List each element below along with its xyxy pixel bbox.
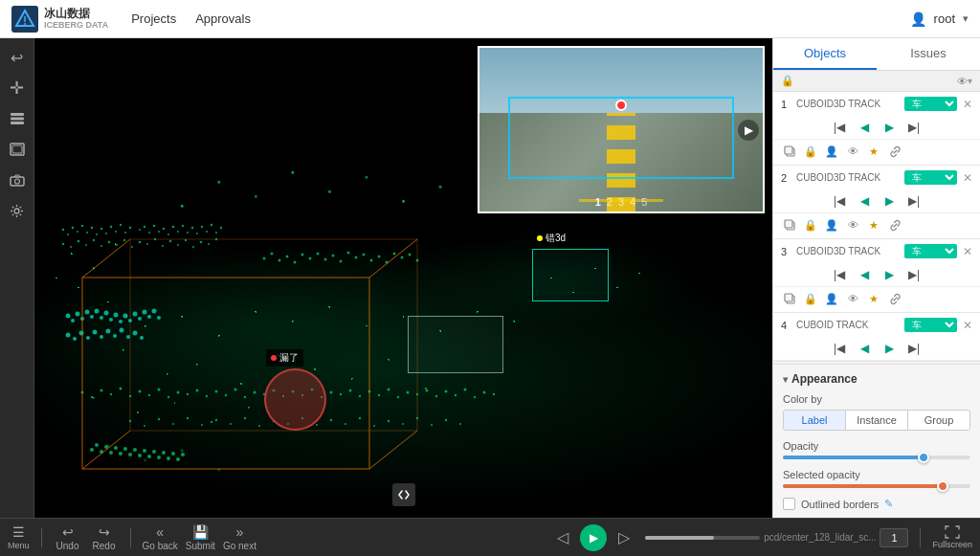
frame-number-input[interactable] (880, 528, 908, 547)
redo-button[interactable]: ↪ Redo (90, 524, 119, 551)
obj-1-lock-icon[interactable]: 🔒 (802, 143, 819, 160)
obj-3-delete-btn[interactable]: ✕ (963, 245, 972, 258)
go-next-button[interactable]: » Go next (223, 524, 256, 551)
object-item-4: 4 CUBOID TRACK 车 ✕ |◀ ◀ ▶ ▶| (773, 313, 980, 362)
obj-1-person-icon[interactable]: 👤 (823, 143, 840, 160)
svg-rect-206 (82, 278, 369, 469)
viewport-expand-btn[interactable] (392, 483, 415, 506)
outlined-borders-checkbox[interactable] (783, 498, 795, 510)
separator-2 (130, 528, 131, 547)
obj-2-person-icon[interactable]: 👤 (823, 216, 840, 234)
svg-point-55 (146, 243, 148, 245)
undo-toolbar-btn[interactable]: ↩ (4, 44, 31, 71)
obj-2-delete-btn[interactable]: ✕ (963, 171, 972, 185)
camera-toolbar-btn[interactable] (4, 167, 31, 193)
obj-1-star-icon[interactable]: ★ (865, 143, 882, 160)
obj-3-person-icon[interactable]: 👤 (823, 290, 840, 307)
obj-1-prev-btn[interactable]: ◀ (855, 119, 874, 136)
obj-3-last-btn[interactable]: ▶| (904, 266, 924, 283)
camera-next-btn[interactable]: ▶ (738, 120, 759, 141)
obj-3-next-btn[interactable]: ▶ (880, 266, 899, 283)
frame-2[interactable]: 2 (607, 196, 612, 208)
obj-2-last-btn[interactable]: ▶| (904, 192, 924, 210)
frame-4[interactable]: 4 (630, 196, 635, 208)
obj-3-copy-icon[interactable] (781, 290, 798, 307)
obj-1-label-select[interactable]: 车 (904, 97, 957, 111)
user-dropdown-icon[interactable]: ▾ (963, 12, 969, 25)
svg-point-161 (123, 447, 127, 451)
3d-viewport[interactable]: ▶ 1 2 3 4 5 错3d (34, 38, 772, 518)
frame-1[interactable]: 1 (595, 196, 601, 208)
svg-point-189 (138, 317, 142, 321)
nav-projects[interactable]: Projects (131, 11, 176, 26)
svg-point-133 (172, 423, 174, 425)
obj-2-first-btn[interactable]: |◀ (830, 192, 849, 210)
prev-frame-btn[interactable]: ◁ (549, 524, 576, 551)
obj-4-delete-btn[interactable]: ✕ (963, 319, 972, 332)
obj-2-prev-btn[interactable]: ◀ (855, 192, 874, 210)
obj-2-eye-icon[interactable]: 👁 (844, 216, 861, 234)
obj-3-lock-icon[interactable]: 🔒 (802, 290, 819, 307)
obj-4-next-btn[interactable]: ▶ (880, 340, 899, 357)
svg-point-153 (459, 423, 461, 425)
obj-1-eye-icon[interactable]: 👁 (844, 143, 861, 160)
obj-2-num: 2 (781, 172, 792, 184)
obj-1-link-icon[interactable] (886, 143, 903, 160)
logo[interactable]: 冰山数据 ICEBERG DATA (11, 6, 108, 33)
obj-3-prev-btn[interactable]: ◀ (855, 266, 874, 283)
tab-objects[interactable]: Objects (773, 38, 877, 70)
submit-button[interactable]: 💾 Submit (186, 524, 215, 551)
appearance-header[interactable]: ▾ Appearance (783, 372, 970, 386)
obj-4-first-btn[interactable]: |◀ (830, 340, 849, 357)
outlined-borders-edit-icon[interactable]: ✎ (884, 498, 893, 510)
obj-2-star-icon[interactable]: ★ (865, 216, 882, 234)
move-toolbar-btn[interactable]: ✛ (4, 75, 31, 101)
svg-point-42 (215, 232, 217, 234)
frame-toolbar-btn[interactable] (4, 136, 31, 163)
frame-5[interactable]: 5 (641, 196, 647, 208)
obj-2-link-icon[interactable] (886, 216, 903, 234)
fullscreen-btn[interactable]: Fullscreen (932, 525, 972, 549)
progress-track[interactable] (645, 536, 760, 540)
svg-line-208 (369, 239, 417, 278)
opacity-slider[interactable] (783, 456, 970, 459)
layers-toolbar-btn[interactable] (4, 105, 31, 132)
obj-4-label-select[interactable]: 车 (904, 318, 957, 332)
selected-opacity-slider[interactable] (783, 484, 970, 488)
undo-button[interactable]: ↩ Undo (54, 524, 82, 551)
frame-3[interactable]: 3 (618, 196, 624, 208)
obj-1-delete-btn[interactable]: ✕ (963, 98, 972, 111)
color-btn-label[interactable]: Label (784, 411, 846, 430)
color-btn-instance[interactable]: Instance (846, 411, 908, 430)
obj-2-copy-icon[interactable] (781, 216, 798, 234)
svg-point-40 (206, 231, 208, 233)
obj-2-label-select[interactable]: 车 (904, 170, 957, 185)
logo-name-cn: 冰山数据 (44, 7, 108, 20)
color-btn-group[interactable]: Group (908, 411, 969, 430)
obj-4-last-btn[interactable]: ▶| (904, 340, 924, 357)
play-btn[interactable]: ▶ (580, 524, 607, 551)
obj-3-eye-icon[interactable]: 👁 (844, 290, 861, 307)
obj-1-next-btn[interactable]: ▶ (880, 119, 899, 136)
obj-1-copy-icon[interactable] (781, 143, 798, 160)
obj-4-prev-btn[interactable]: ◀ (855, 340, 874, 357)
opacity-thumb[interactable] (918, 452, 929, 463)
svg-point-90 (120, 388, 122, 390)
go-back-button[interactable]: « Go back (143, 524, 178, 551)
obj-2-icons: 🔒 👤 👁 ★ (773, 213, 980, 238)
selected-opacity-thumb[interactable] (937, 480, 948, 492)
annotation-box-missed[interactable]: 漏了 (264, 368, 326, 431)
obj-1-last-btn[interactable]: ▶| (904, 119, 924, 136)
obj-3-first-btn[interactable]: |◀ (830, 266, 849, 283)
obj-2-next-btn[interactable]: ▶ (880, 192, 899, 210)
obj-2-lock-icon[interactable]: 🔒 (802, 216, 819, 234)
settings-toolbar-btn[interactable] (4, 197, 31, 224)
menu-button[interactable]: ☰ Menu (8, 524, 30, 550)
obj-1-first-btn[interactable]: |◀ (830, 119, 849, 136)
obj-3-link-icon[interactable] (886, 290, 903, 307)
nav-approvals[interactable]: Approvals (195, 11, 251, 26)
obj-3-label-select[interactable]: 车 (904, 244, 957, 258)
next-frame-btn[interactable]: ▷ (611, 524, 637, 551)
tab-issues[interactable]: Issues (877, 38, 980, 70)
obj-3-star-icon[interactable]: ★ (865, 290, 882, 307)
